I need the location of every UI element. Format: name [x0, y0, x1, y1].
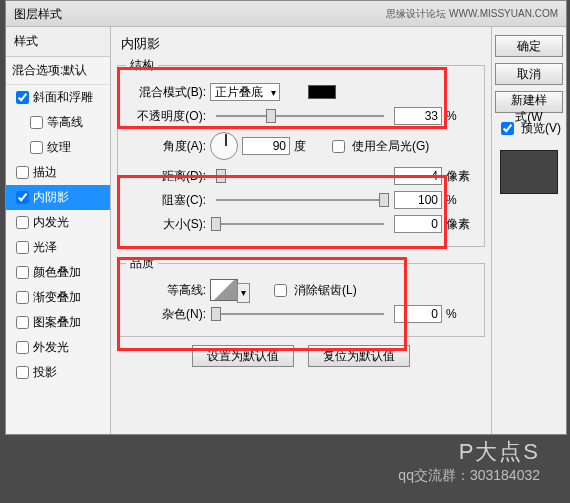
noise-slider[interactable]: [216, 306, 384, 322]
antialias-label: 消除锯齿(L): [294, 282, 357, 299]
style-item-2[interactable]: 纹理: [6, 135, 110, 160]
style-label: 图案叠加: [33, 314, 81, 331]
distance-unit: 像素: [446, 168, 476, 185]
noise-label: 杂色(N):: [126, 306, 206, 323]
style-checkbox[interactable]: [30, 116, 43, 129]
quality-legend: 品质: [126, 255, 158, 272]
choke-unit: %: [446, 193, 476, 207]
style-item-1[interactable]: 等高线: [6, 110, 110, 135]
style-item-4[interactable]: 内阴影: [6, 185, 110, 210]
contour-label: 等高线:: [126, 282, 206, 299]
antialias-checkbox[interactable]: [274, 284, 287, 297]
choke-slider[interactable]: [216, 192, 384, 208]
style-label: 光泽: [33, 239, 57, 256]
style-item-3[interactable]: 描边: [6, 160, 110, 185]
style-checkbox[interactable]: [16, 166, 29, 179]
structure-group: 结构 混合模式(B): 正片叠底 不透明度(O): % 角度(A):: [117, 57, 485, 247]
global-light-checkbox[interactable]: [332, 140, 345, 153]
make-default-button[interactable]: 设置为默认值: [192, 345, 294, 367]
style-item-6[interactable]: 光泽: [6, 235, 110, 260]
distance-slider[interactable]: [216, 168, 384, 184]
style-checkbox[interactable]: [16, 266, 29, 279]
title-bar[interactable]: 图层样式 思缘设计论坛 WWW.MISSYUAN.COM: [6, 1, 566, 27]
contour-picker[interactable]: [210, 279, 238, 301]
cancel-button[interactable]: 取消: [495, 63, 563, 85]
opacity-slider[interactable]: [216, 108, 384, 124]
watermark: P大点S qq交流群：303184032: [398, 437, 540, 485]
style-label: 外发光: [33, 339, 69, 356]
style-label: 等高线: [47, 114, 83, 131]
blend-mode-label: 混合模式(B):: [126, 84, 206, 101]
window-title: 图层样式: [14, 1, 62, 26]
ok-button[interactable]: 确定: [495, 35, 563, 57]
choke-label: 阻塞(C):: [126, 192, 206, 209]
noise-unit: %: [446, 307, 476, 321]
new-style-button[interactable]: 新建样式(W: [495, 91, 563, 113]
preview-swatch: [500, 150, 558, 194]
opacity-input[interactable]: [394, 107, 442, 125]
distance-input[interactable]: [394, 167, 442, 185]
sidebar-header: 样式: [6, 27, 110, 57]
angle-input[interactable]: [242, 137, 290, 155]
style-label: 内发光: [33, 214, 69, 231]
style-label: 内阴影: [33, 189, 69, 206]
styles-sidebar: 样式 混合选项:默认 斜面和浮雕等高线纹理描边内阴影内发光光泽颜色叠加渐变叠加图…: [6, 27, 111, 434]
reset-default-button[interactable]: 复位为默认值: [308, 345, 410, 367]
style-checkbox[interactable]: [16, 191, 29, 204]
style-label: 纹理: [47, 139, 71, 156]
style-checkbox[interactable]: [16, 216, 29, 229]
style-checkbox[interactable]: [16, 291, 29, 304]
size-label: 大小(S):: [126, 216, 206, 233]
style-item-7[interactable]: 颜色叠加: [6, 260, 110, 285]
style-checkbox[interactable]: [16, 316, 29, 329]
style-item-0[interactable]: 斜面和浮雕: [6, 85, 110, 110]
style-label: 颜色叠加: [33, 264, 81, 281]
choke-input[interactable]: [394, 191, 442, 209]
size-slider[interactable]: [216, 216, 384, 232]
preview-label: 预览(V): [521, 120, 561, 137]
size-input[interactable]: [394, 215, 442, 233]
opacity-label: 不透明度(O):: [126, 108, 206, 125]
style-item-8[interactable]: 渐变叠加: [6, 285, 110, 310]
style-label: 渐变叠加: [33, 289, 81, 306]
structure-legend: 结构: [126, 57, 158, 74]
angle-label: 角度(A):: [126, 138, 206, 155]
preview-checkbox[interactable]: [501, 122, 514, 135]
style-item-10[interactable]: 外发光: [6, 335, 110, 360]
quality-group: 品质 等高线: 消除锯齿(L) 杂色(N): %: [117, 255, 485, 337]
right-buttons: 确定 取消 新建样式(W 预览(V): [491, 27, 566, 434]
style-checkbox[interactable]: [30, 141, 43, 154]
style-item-5[interactable]: 内发光: [6, 210, 110, 235]
settings-panel: 内阴影 结构 混合模式(B): 正片叠底 不透明度(O): % 角度(A):: [111, 27, 491, 434]
style-checkbox[interactable]: [16, 241, 29, 254]
style-label: 斜面和浮雕: [33, 89, 93, 106]
style-label: 投影: [33, 364, 57, 381]
noise-input[interactable]: [394, 305, 442, 323]
angle-unit: 度: [294, 138, 324, 155]
blending-options-row[interactable]: 混合选项:默认: [6, 57, 110, 85]
layer-style-dialog: 图层样式 思缘设计论坛 WWW.MISSYUAN.COM 样式 混合选项:默认 …: [5, 0, 567, 435]
style-checkbox[interactable]: [16, 366, 29, 379]
style-checkbox[interactable]: [16, 341, 29, 354]
style-item-11[interactable]: 投影: [6, 360, 110, 385]
angle-dial[interactable]: [210, 132, 238, 160]
style-item-9[interactable]: 图案叠加: [6, 310, 110, 335]
opacity-unit: %: [446, 109, 476, 123]
style-checkbox[interactable]: [16, 91, 29, 104]
shadow-color-swatch[interactable]: [308, 85, 336, 99]
distance-label: 距离(D):: [126, 168, 206, 185]
style-label: 描边: [33, 164, 57, 181]
panel-title: 内阴影: [117, 35, 485, 53]
global-light-label: 使用全局光(G): [352, 138, 429, 155]
sponsor-text: 思缘设计论坛 WWW.MISSYUAN.COM: [386, 1, 558, 26]
size-unit: 像素: [446, 216, 476, 233]
blend-mode-combo[interactable]: 正片叠底: [210, 83, 280, 101]
